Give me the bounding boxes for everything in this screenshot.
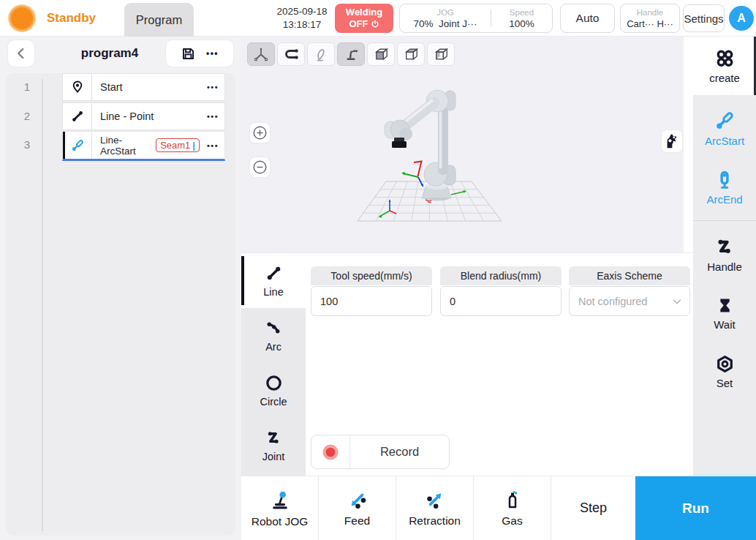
seam-badge[interactable]: Seam1 | xyxy=(156,138,200,152)
eaxis-scheme-select[interactable]: Not configured xyxy=(569,286,690,316)
field-label: Blend radius(mm) xyxy=(440,266,562,285)
tool-speed-input[interactable] xyxy=(311,296,431,307)
power-icon xyxy=(371,20,379,29)
run-button[interactable]: Run xyxy=(635,476,756,540)
gas-cylinder-icon xyxy=(502,490,523,510)
gas-button[interactable]: Gas xyxy=(474,476,551,540)
handle-value-2: H··· xyxy=(657,18,673,29)
feed-arrow-icon xyxy=(347,490,368,510)
sidebar-item-label: create xyxy=(709,72,740,84)
sidebar-item-handle[interactable]: Handle xyxy=(693,225,756,284)
row-menu-button[interactable]: ••• xyxy=(201,103,224,130)
retraction-arrow-icon xyxy=(425,490,445,510)
arcend-torch-icon xyxy=(714,168,736,190)
retraction-button[interactable]: Retraction xyxy=(396,476,474,540)
sidebar-item-arcend[interactable]: ArcEnd xyxy=(693,157,756,216)
joint-icon xyxy=(265,429,283,447)
jog-speed-group[interactable]: JOG 70% Joint J··· Speed 100% xyxy=(399,4,553,33)
auto-mode-button[interactable]: Auto xyxy=(560,4,615,33)
welding-state: OFF xyxy=(349,18,368,30)
tab-arc[interactable]: Arc xyxy=(241,308,306,363)
step-number: 3 xyxy=(18,138,37,151)
chevron-left-icon xyxy=(15,47,28,60)
list-item-line-arcstart[interactable]: Line-ArcStart Seam1 | ••• xyxy=(62,131,225,161)
bottom-item-label: Gas xyxy=(502,514,522,528)
tab-circle[interactable]: Circle xyxy=(241,363,306,418)
step-number: 2 xyxy=(18,110,37,122)
step-label: Line-ArcStart xyxy=(92,132,156,159)
sidebar-item-create[interactable]: create xyxy=(693,37,756,95)
robot-3d-view[interactable] xyxy=(241,37,684,252)
record-label: Record xyxy=(350,435,449,468)
bottom-item-label: Retraction xyxy=(409,514,461,528)
select-value: Not configured xyxy=(570,296,672,307)
tab-line[interactable]: Line xyxy=(241,253,306,308)
row-menu-button[interactable]: ••• xyxy=(201,74,224,100)
text-cursor: | xyxy=(192,140,195,151)
save-button[interactable] xyxy=(181,46,196,61)
jog-mode: Joint J··· xyxy=(439,18,477,29)
step-number: 1 xyxy=(18,80,37,93)
welding-toggle-button[interactable]: Welding OFF xyxy=(335,4,393,33)
action-sidebar: create ArcStart ArcEnd Handle xyxy=(693,37,756,473)
tab-joint[interactable]: Joint xyxy=(241,418,306,473)
feed-button[interactable]: Feed xyxy=(319,476,396,540)
back-button[interactable] xyxy=(7,40,35,67)
status-light[interactable] xyxy=(8,4,36,32)
center-area: Line Arc Circle Joint xyxy=(241,37,693,476)
avatar[interactable]: A xyxy=(729,6,754,31)
datetime-display: 2025-09-18 13:18:17 xyxy=(272,5,332,31)
record-dot-icon xyxy=(322,443,339,461)
row-menu-button[interactable]: ••• xyxy=(201,132,224,159)
joystick-icon xyxy=(269,489,291,511)
list-item-start[interactable]: Start ••• xyxy=(62,73,225,101)
step-number-divider xyxy=(42,79,43,531)
field-label: Tool speed(mm/s) xyxy=(311,266,432,285)
welding-title: Welding xyxy=(346,7,382,18)
motion-type-tabs: Line Arc Circle Joint xyxy=(241,253,306,476)
sidebar-item-label: Wait xyxy=(714,318,735,331)
settings-button[interactable]: Settings xyxy=(683,4,725,32)
bottom-item-label: Feed xyxy=(344,514,370,528)
top-bar: Standby Program 2025-09-18 13:18:17 Weld… xyxy=(0,0,756,37)
blend-radius-input[interactable] xyxy=(441,296,561,307)
eaxis-scheme-field: Eaxis Scheme Not configured xyxy=(569,266,690,316)
line-icon xyxy=(265,264,283,282)
motion-parameter-panel: Line Arc Circle Joint xyxy=(241,252,693,476)
speed-percent: 100% xyxy=(509,18,534,29)
robot-scene xyxy=(241,37,684,252)
create-grid-icon xyxy=(714,48,735,69)
bottom-item-label: Robot JOG xyxy=(252,515,309,528)
list-item-line-point[interactable]: Line - Point ••• xyxy=(62,102,225,130)
sidebar-item-set[interactable]: Set xyxy=(693,342,756,401)
field-label: Eaxis Scheme xyxy=(569,266,690,285)
sidebar-item-wait[interactable]: Wait xyxy=(693,284,756,342)
sidebar-item-label: ArcEnd xyxy=(706,193,742,206)
chevron-down-icon xyxy=(672,296,682,307)
sidebar-item-label: Handle xyxy=(707,260,742,273)
record-button[interactable]: Record xyxy=(311,435,450,469)
sidebar-divider xyxy=(693,220,756,221)
robot-jog-button[interactable]: Robot JOG xyxy=(241,476,319,540)
program-panel: program4 ••• 1 2 3 Start ••• xyxy=(0,37,241,540)
date-text: 2025-09-18 xyxy=(272,5,332,18)
robot-status-label: Standby xyxy=(47,0,96,37)
program-title: program4 xyxy=(44,38,175,69)
hourglass-icon xyxy=(715,296,735,315)
speed-label: Speed xyxy=(510,7,534,18)
jog-label: JOG xyxy=(436,7,454,18)
tool-speed-field: Tool speed(mm/s) xyxy=(311,266,432,316)
sidebar-item-label: ArcStart xyxy=(705,135,744,147)
step-button[interactable]: Step xyxy=(551,476,635,540)
bottom-bar: Robot JOG Feed Retraction Gas Step Run xyxy=(241,476,756,540)
tab-program[interactable]: Program xyxy=(124,3,194,37)
sidebar-item-label: Set xyxy=(717,377,733,389)
arcstart-link-icon xyxy=(714,110,736,132)
handle-zigzag-icon xyxy=(714,236,736,258)
arcstart-link-icon xyxy=(70,138,85,153)
program-menu-button[interactable]: ••• xyxy=(206,48,219,59)
handle-group[interactable]: Handle Cart··· H··· xyxy=(620,4,680,33)
sidebar-item-arcstart[interactable]: ArcStart xyxy=(693,99,756,157)
selected-marker xyxy=(63,132,65,159)
handle-label: Handle xyxy=(637,7,663,18)
